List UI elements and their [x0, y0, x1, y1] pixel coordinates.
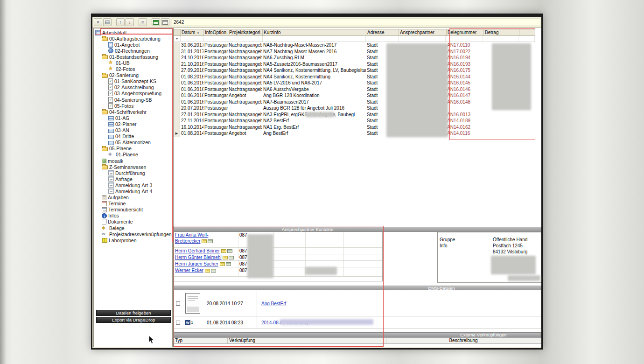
table-row[interactable]: 24.10.2016PostausgangNachtragsangeboNA6-… — [174, 55, 535, 61]
tree-item-04-dritte[interactable]: 04-Dritte — [94, 133, 172, 140]
tree-item-02-ausschreibung[interactable]: 02-Ausschreibung — [94, 84, 172, 91]
email-icon[interactable] — [223, 256, 228, 259]
filter-cell[interactable] — [483, 36, 518, 42]
table-row[interactable]: ▶01.08.2014PostausgangAngebotAng BestErf… — [174, 130, 535, 137]
table-row[interactable]: 30.06.2017PostausgangNachtragsangeboNA8-… — [174, 42, 535, 49]
column-header-kurzinfo[interactable]: Kurzinfo — [263, 29, 366, 35]
table-row[interactable]: 27.11.2014PostausgangNachtragsangeboNA2 … — [174, 118, 535, 124]
print-icon[interactable] — [229, 256, 234, 259]
contact-link[interactable]: Bretterecker — [175, 238, 200, 244]
tree-item-durchf-hrung[interactable]: Durchführung — [94, 170, 172, 176]
email-icon[interactable] — [205, 269, 210, 273]
print-icon[interactable] — [208, 239, 213, 243]
print-icon[interactable] — [211, 269, 216, 273]
email-icon[interactable] — [220, 262, 225, 266]
tree-item-04-schriftverkehr[interactable]: 04-Schriftverkehr — [94, 109, 172, 115]
tree-item-dokumente[interactable]: Dokumente — [94, 219, 172, 225]
tree-item-arbeitsblatt[interactable]: Arbeitsblatt — [94, 29, 172, 35]
filter-row[interactable] — [174, 36, 535, 42]
column-header-infooption[interactable]: InfoOption... — [204, 29, 228, 35]
tree-item-00-auftragsbearbeitung[interactable]: 00-Auftragsbearbeitung — [94, 35, 172, 42]
tree-item-infos[interactable]: Infos — [94, 213, 172, 219]
table-row[interactable]: 01.06.2016PostausgangAngebotAng BGR 128 … — [174, 92, 535, 99]
tree-item-01-plaene[interactable]: 01-Plaene — [94, 152, 172, 158]
contact-link[interactable]: Frau Anita Wolf- — [175, 232, 209, 238]
contact-row[interactable]: Frau Anita Wolf-Bretterecker087 — [174, 232, 382, 248]
filter-cell-selector[interactable] — [174, 36, 181, 42]
release-files-button[interactable]: Dateien freigeben — [96, 310, 171, 316]
tree-item-01-bestandserfassung[interactable]: 01-Bestandserfassung — [94, 54, 172, 60]
document-thumbnail[interactable] — [185, 293, 200, 314]
print-icon[interactable] — [226, 262, 231, 266]
filter-selector-button[interactable]: ▼ — [94, 18, 102, 26]
contact-row[interactable]: Werner Ecker087 — [174, 267, 382, 277]
print-icon[interactable] — [227, 249, 232, 253]
record-number-field[interactable]: 2642 — [172, 19, 540, 26]
tree-item-termine[interactable]: Termine — [94, 201, 172, 207]
table-row[interactable]: 31.01.2017PostausgangNachtragsangeboNA7-… — [174, 49, 535, 55]
details-list-button[interactable]: ≡ — [139, 18, 147, 26]
print-button[interactable] — [103, 18, 112, 26]
table-row[interactable]: 27.01.2016PostausgangNachtragsangeboNA3 … — [174, 112, 535, 118]
email-icon[interactable] — [221, 249, 226, 253]
filter-cell[interactable] — [366, 36, 399, 42]
tree-item-01-ag[interactable]: 01-AG — [94, 115, 172, 121]
tree-item-termin-bersicht[interactable]: Terminübersicht — [94, 207, 172, 213]
contact-row[interactable]: Herrn Gerhard Binner087 — [174, 248, 382, 254]
tree-item-01-sankonzept-ks[interactable]: 01-SanKonzept-KS — [94, 78, 172, 84]
tree-item-z-seminarwesen[interactable]: Z-Seminarwesen — [94, 164, 172, 170]
column-header-datum[interactable]: Datum▼ — [181, 29, 204, 35]
contact-link[interactable]: Werner Ecker — [175, 268, 203, 273]
tree-item-05-plaene[interactable]: 05-Plaene — [94, 146, 172, 152]
tree-item-02-rechnungen[interactable]: 02-Rechnungen — [94, 48, 172, 54]
export-dragdrop-button[interactable]: Export via Drag&Drop — [96, 317, 171, 323]
tree-item-mosaik[interactable]: mosaik — [94, 158, 172, 164]
move-down-button[interactable]: ↓ — [126, 18, 134, 26]
tree-item-05-aktennotizen[interactable]: 05-Aktennotizen — [94, 140, 172, 146]
table-row[interactable]: 01.08.2016PostausgangNachtragsangeboNA4 … — [174, 74, 535, 80]
filter-cell[interactable] — [204, 36, 228, 42]
filter-cell[interactable] — [399, 36, 446, 42]
column-header-adresse[interactable]: Adresse — [366, 29, 399, 35]
filter-cell[interactable] — [228, 36, 263, 42]
table-row[interactable]: 27.09.2016PostausgangNachtragsangeboNA4 … — [174, 67, 535, 74]
column-header-belegnummer[interactable]: Belegnummer — [447, 29, 484, 35]
checkbox[interactable] — [176, 321, 180, 325]
tree-item-anmeldung-art-3[interactable]: Anmeldung-Art-3 — [94, 182, 172, 188]
tree-item-02-planer[interactable]: 02-Planer — [94, 121, 172, 127]
tree-item-anfrage[interactable]: Anfrage — [94, 176, 172, 182]
table-row[interactable]: 16.10.2014PostausgangNachtragsangeboNA1 … — [174, 124, 535, 131]
contact-link[interactable]: Herrn Günter Bleimehl — [175, 255, 221, 260]
tree-item-04-sanierung-sb[interactable]: 04-Sanierung-SB — [94, 97, 172, 103]
contact-link[interactable]: Herrn Gerhard Binner — [175, 248, 220, 253]
tree-item-laborproben[interactable]: Laborproben — [94, 237, 172, 243]
tree-item-projektadressverkn-pfungen[interactable]: Projektadressverknüpfungen — [94, 231, 172, 237]
checkbox[interactable] — [176, 301, 180, 306]
email-icon[interactable] — [202, 239, 207, 243]
tree-item-02-sanierung[interactable]: 02-Sanierung — [94, 72, 172, 78]
column-header-betrag[interactable]: Betrag — [484, 29, 519, 35]
dms-file-link[interactable]: Ang BestErf — [261, 301, 286, 306]
filter-cell[interactable] — [263, 36, 366, 42]
filter-cell[interactable] — [518, 36, 535, 42]
column-header-projektkategori[interactable]: Projektkategori... — [228, 29, 263, 35]
tree-item-01-ub[interactable]: 01-UB — [94, 60, 172, 66]
dms-file-row[interactable]: 20.08.2014 10:27Ang BestErf — [174, 291, 541, 316]
filter-cell[interactable] — [181, 36, 204, 42]
contact-row[interactable]: Herrn Günter Bleimehl087 — [174, 254, 382, 261]
column-header-ansprechpartner[interactable]: Ansprechpartner — [399, 29, 447, 35]
tree-item-03-angebotspruefung[interactable]: 03-Angebotspruefung — [94, 91, 172, 97]
table-view-button[interactable] — [152, 18, 160, 26]
table-row[interactable]: 21.10.2016PostausgangNachtragsangeboNA5-… — [174, 61, 535, 68]
tree-item-belege[interactable]: Belege — [94, 225, 172, 231]
table-alt-button[interactable] — [161, 18, 169, 26]
table-row[interactable]: 01.06.2016PostausgangNachtragsangeboNA5 … — [174, 80, 535, 86]
table-row[interactable]: 20.07.2016PostausgangAuszug BGR 128 für … — [174, 105, 535, 112]
contact-row[interactable]: Herrn Jürgen Sacher087 — [174, 261, 382, 267]
tree-item-anmeldung-art-4[interactable]: Anmeldung-Art-4 — [94, 188, 172, 194]
table-row[interactable]: 01.06.2016PostausgangNachtragsangeboNA6 … — [174, 86, 535, 93]
tree-item-03-an[interactable]: 03-AN — [94, 127, 172, 133]
table-row[interactable]: 01.06.2016PostausgangNachtragsangeboNA7-… — [174, 99, 535, 105]
filter-cell[interactable] — [446, 36, 483, 42]
move-up-button[interactable]: ↑ — [116, 18, 125, 26]
